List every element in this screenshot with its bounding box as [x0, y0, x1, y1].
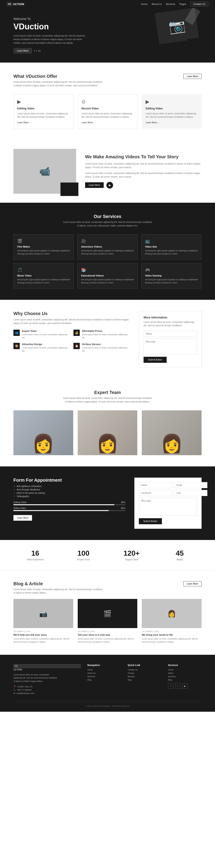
nav-logo: VD UCTION	[7, 2, 24, 6]
appt-email-input[interactable]	[174, 482, 207, 488]
footer-nav-services[interactable]: Services	[87, 675, 121, 678]
why-right: More Information Lorem ipsum dolor sit a…	[139, 311, 202, 368]
hour-service-icon: ⏰	[73, 343, 80, 349]
why-item-desc-1: Lorem ipsum dolor sit amet, consectetur …	[82, 333, 130, 339]
promo-text: We Make Amazing Videos To Tell Your Stor…	[85, 154, 202, 189]
footer-services-heading: Services	[168, 664, 202, 666]
footer-youtube-icon[interactable]: ▶	[182, 683, 188, 689]
card-link-1[interactable]: Learn More →	[81, 121, 96, 124]
service-title-4: Educational Videos	[81, 274, 134, 277]
why-item-text-0: Expert Team Lorem ipsum dolor sit amet, …	[22, 330, 70, 339]
nav-cta-button[interactable]: Contact Us	[190, 2, 208, 6]
appt-message-textarea[interactable]	[139, 498, 197, 516]
stat-3: 45 Award	[158, 549, 202, 561]
footer-twitter-icon[interactable]: t	[175, 683, 180, 689]
stats-section: 16 Years Experience 100 Project Done 120…	[0, 540, 215, 570]
progress-label-0: Editing Video 90%	[13, 501, 126, 504]
why-item-2: 🎨 Attractive Design Lorem ipsum dolor si…	[13, 343, 70, 352]
blog-img-2: 👩	[142, 599, 202, 628]
card-link-2[interactable]: Learn More →	[146, 121, 160, 124]
footer-nav-about[interactable]: About Us	[87, 672, 121, 674]
footer-quick-bluesky[interactable]: Bluesky	[128, 675, 161, 678]
educational-videos-icon: 📚	[81, 268, 134, 273]
music-video-icon: 🎵	[17, 268, 70, 273]
appt-form-row-1	[139, 482, 197, 488]
linkedin-icon[interactable]: in	[38, 49, 40, 53]
appt-submit-button[interactable]: Submit Button	[139, 518, 162, 524]
appointment-learn-more-button[interactable]: Learn More	[13, 515, 32, 521]
hero-learn-more-button[interactable]: Learn More	[13, 48, 32, 54]
info-submit-button[interactable]: Submit Button	[144, 357, 167, 363]
twitter-icon[interactable]: t	[36, 49, 37, 53]
footer-nav-blog[interactable]: Blog	[87, 679, 121, 681]
footer-bottom: © 2022 VDuction Company - All Rights Res…	[13, 701, 202, 707]
promo-learn-more-button[interactable]: Learn More	[85, 182, 104, 188]
info-box-text: Lorem ipsum dolor sit amet, consectetur …	[144, 320, 197, 327]
why-item-title-3: 24-Hour Service	[82, 343, 130, 345]
nav-home[interactable]: Home	[141, 3, 148, 5]
footer-social-icons: f t ▶	[168, 683, 202, 689]
footer-service-home[interactable]: Home	[168, 669, 202, 671]
service-text-0: We bring the right people together to ch…	[17, 249, 70, 255]
why-description: Lorem ipsum dolor sit amet, consectetur …	[13, 318, 130, 325]
promo-buttons: Learn More ▶	[85, 182, 202, 189]
service-text-2: We bring the right people together to ch…	[145, 249, 198, 255]
footer-contacts: 📍 London, Exp, UK 📞 999-777-888-85 ✉ mai…	[13, 685, 81, 694]
blog-learn-more-button[interactable]: Learn More	[183, 581, 202, 586]
footer-service-blog[interactable]: Blog	[168, 679, 202, 681]
card-link-0[interactable]: Learn More →	[17, 121, 32, 124]
email-icon: ✉	[13, 692, 15, 694]
logo-badge: VD	[7, 2, 12, 6]
navbar: VD UCTION Home About Us Services Pages C…	[0, 0, 215, 8]
offer-learn-more-button[interactable]: Learn More	[183, 74, 202, 79]
why-item-title-1: Affordable Prices	[82, 330, 130, 332]
blog-title-0: We'll help you tell your story	[13, 633, 73, 636]
nav-about[interactable]: About Us	[152, 3, 162, 5]
footer-quick-blog[interactable]: Blog	[128, 679, 161, 681]
nav-services[interactable]: Services	[166, 3, 175, 5]
hero-social-icons: f t in	[34, 49, 40, 53]
footer-quicklink-heading: Quick Link	[128, 664, 161, 666]
footer-nav-col: Navigation Home About Us Services Blog	[87, 664, 121, 694]
footer-email: ✉ mail@vduction.com	[13, 692, 81, 694]
appt-facebook-input[interactable]	[139, 490, 172, 496]
info-box-heading: More Information	[144, 316, 197, 319]
footer-brand-col: VD UCTION Lorem ipsum dolor sit amet, co…	[13, 664, 81, 694]
footer-service-services[interactable]: Services	[168, 675, 202, 678]
stat-label-3: Award	[158, 558, 202, 561]
why-item-1: 💰 Affordable Prices Lorem ipsum dolor si…	[73, 330, 130, 339]
services-grid: 🎬 Film Maker We bring the right people t…	[13, 234, 202, 288]
footer-quick-privacy[interactable]: Privacy	[128, 672, 161, 674]
play-button[interactable]: ▶	[106, 182, 113, 189]
appointment-section: Form For Appointment Anti-righteous vind…	[0, 466, 215, 540]
appointment-heading: Form For Appointment	[13, 477, 126, 483]
card-text-0: Lorem ipsum dolor sit amet, consectetur …	[17, 112, 69, 119]
info-box: More Information Lorem ipsum dolor sit a…	[139, 311, 202, 368]
appt-form-row-2	[139, 490, 197, 496]
footer-logo-text: UCTION	[13, 669, 81, 671]
promo-heading: We Make Amazing Videos To Tell Your Stor…	[85, 154, 202, 159]
appt-name-input[interactable]	[139, 482, 172, 488]
appointment-checklist: Anti-righteous vindication Acts through …	[13, 485, 126, 498]
footer-facebook-icon[interactable]: f	[168, 683, 173, 689]
facebook-icon[interactable]: f	[34, 49, 35, 53]
service-card-0: 🎬 Film Maker We bring the right people t…	[13, 234, 74, 260]
info-name-input[interactable]	[144, 331, 197, 337]
footer-nav-home[interactable]: Home	[87, 669, 121, 671]
appt-last-input[interactable]	[174, 490, 207, 496]
service-card-5: 🎮 Video Gaming We bring the right people…	[141, 263, 202, 288]
blog-excerpt-2: Lorem ipsum dolor sit amet, consectetur …	[142, 638, 202, 644]
footer-copyright: © 2022 VDuction Company - All Rights Res…	[13, 705, 202, 707]
blog-img-1: 🎬	[78, 599, 138, 628]
footer-logo-badge: VD	[13, 664, 81, 668]
hero-text: Welcome To VDuction Lorem ipsum dolor si…	[13, 17, 85, 54]
blog-heading: Blog & Article	[13, 581, 103, 586]
why-item-desc-0: Lorem ipsum dolor sit amet, consectetur …	[22, 333, 70, 339]
expert-team-icon: 👥	[13, 330, 20, 336]
service-text-1: We bring the right people together to ch…	[81, 249, 134, 255]
footer-service-about[interactable]: About	[168, 672, 202, 674]
footer-quick-contact[interactable]: Contact Us	[128, 669, 161, 671]
info-message-textarea[interactable]	[144, 339, 197, 354]
nav-pages[interactable]: Pages	[179, 3, 186, 5]
team-card-1: 👩	[78, 410, 138, 455]
